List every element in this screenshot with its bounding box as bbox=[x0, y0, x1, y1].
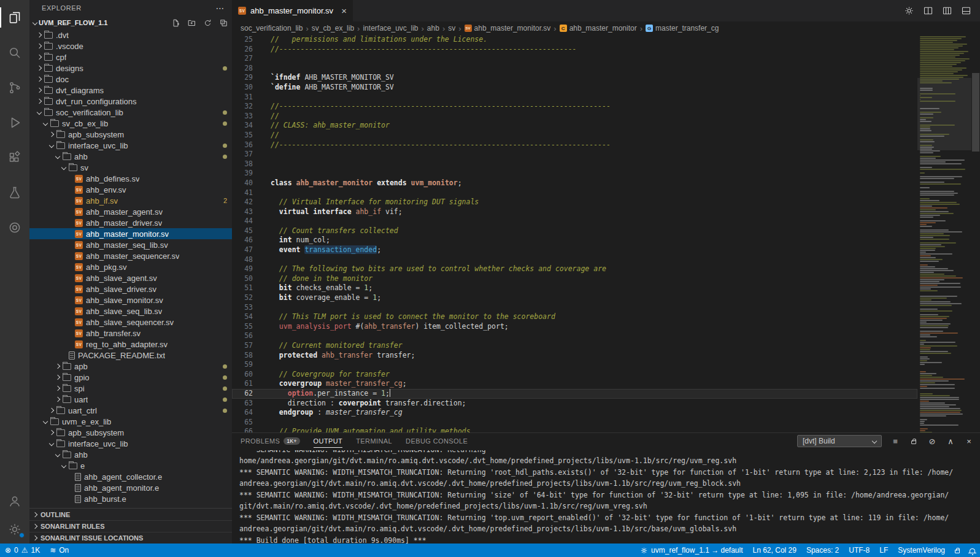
line-number[interactable]: 54 bbox=[232, 312, 253, 322]
code-line[interactable]: 58 protected ahb_transfer transfer; bbox=[232, 351, 917, 361]
breadcrumb-item-ahb_master_monitor[interactable]: Cahb_master_monitor bbox=[560, 24, 637, 33]
notifications-status[interactable] bbox=[965, 544, 980, 557]
close-panel-icon[interactable]: × bbox=[964, 437, 974, 446]
chevron-icon[interactable] bbox=[61, 165, 66, 170]
code-line[interactable]: 43 virtual interface ahb_if vif; bbox=[232, 207, 917, 217]
explorer-icon[interactable] bbox=[0, 0, 29, 35]
code-line[interactable]: 26//------------------------------------… bbox=[232, 45, 917, 55]
dvt-build-config-status[interactable]: uvm_ref_flow_1.1 → default bbox=[635, 544, 747, 557]
chevron-right-icon[interactable] bbox=[34, 55, 44, 59]
problems-status[interactable]: ⊗0⚠1K bbox=[0, 544, 45, 557]
breadcrumb-item-sv[interactable]: sv bbox=[448, 24, 455, 33]
line-number[interactable]: 35 bbox=[232, 131, 253, 140]
line-number[interactable]: 53 bbox=[232, 303, 253, 313]
code-line[interactable]: 45 // Count transfers collected bbox=[232, 226, 917, 236]
file-tree[interactable]: .dvt.vscodecpfdesignsdocdvt_diagramsdvt_… bbox=[29, 29, 232, 508]
layout-panel-icon[interactable] bbox=[961, 6, 971, 16]
code-line[interactable]: 61 covergroup master_transfer_cg; bbox=[232, 379, 917, 389]
chevron-icon[interactable] bbox=[55, 154, 60, 159]
chevron-down-icon[interactable] bbox=[53, 155, 63, 158]
chevron-right-icon[interactable] bbox=[53, 364, 63, 368]
line-number[interactable]: 49 bbox=[232, 264, 253, 274]
vertical-scrollbar[interactable] bbox=[971, 35, 980, 432]
code-line[interactable]: 60 // Covergroup for transfer bbox=[232, 370, 917, 380]
code-line[interactable]: 28 bbox=[232, 64, 917, 74]
account-icon[interactable] bbox=[0, 487, 29, 515]
code-line[interactable]: 34// CLASS: ahb_master_monitor bbox=[232, 121, 917, 131]
chevron-icon[interactable] bbox=[49, 408, 54, 413]
chevron-icon[interactable] bbox=[37, 99, 42, 104]
chevron-icon[interactable] bbox=[55, 452, 60, 457]
search-icon[interactable] bbox=[0, 35, 29, 70]
line-number[interactable]: 59 bbox=[232, 360, 253, 370]
line-number[interactable]: 50 bbox=[232, 274, 253, 284]
code-line[interactable]: 35// bbox=[232, 131, 917, 140]
code-line[interactable]: 46 int num_col; bbox=[232, 236, 917, 245]
collapse-all-icon[interactable] bbox=[218, 18, 228, 28]
chevron-right-icon[interactable] bbox=[34, 88, 44, 92]
tree-item-interface_uvc_lib[interactable]: interface_uvc_lib bbox=[29, 140, 232, 151]
tree-item-spi[interactable]: spi bbox=[29, 383, 232, 394]
code-line[interactable]: 27 bbox=[232, 54, 917, 64]
settings-icon[interactable] bbox=[0, 515, 29, 544]
sidebar-section-sonarlint-issue-locations[interactable]: SONARLINT ISSUE LOCATIONS bbox=[29, 532, 232, 544]
language-status[interactable]: SystemVerilog bbox=[893, 544, 950, 557]
layout-columns-icon[interactable] bbox=[942, 6, 952, 16]
line-number[interactable]: 45 bbox=[232, 226, 253, 236]
chevron-right-icon[interactable] bbox=[53, 398, 63, 401]
chevron-icon[interactable] bbox=[49, 143, 54, 148]
tree-item-sv_cb_ex_lib[interactable]: sv_cb_ex_lib bbox=[29, 118, 232, 129]
chevron-right-icon[interactable] bbox=[53, 375, 63, 379]
line-number[interactable]: 65 bbox=[232, 418, 253, 428]
tree-item-ahb_defines.sv[interactable]: SVahb_defines.sv bbox=[29, 173, 232, 184]
breadcrumb-item-interface_uvc_lib[interactable]: interface_uvc_lib bbox=[363, 24, 418, 33]
tree-item-ahb_transfer.sv[interactable]: SVahb_transfer.sv bbox=[29, 328, 232, 339]
line-number[interactable]: 56 bbox=[232, 331, 253, 341]
gear-icon[interactable] bbox=[904, 6, 914, 16]
output-channel-dropdown[interactable]: [dvt] Build bbox=[797, 435, 882, 447]
output-console[interactable]: *** SEMANTIC WARNING: WIDTH_MISMATCH_TRU… bbox=[232, 449, 980, 544]
code-line[interactable]: 36//------------------------------------… bbox=[232, 140, 917, 150]
breadcrumb-item-sv_cb_ex_lib[interactable]: sv_cb_ex_lib bbox=[312, 24, 354, 33]
line-number[interactable]: 29 bbox=[232, 73, 253, 83]
code-line[interactable]: 52 bit coverage_enable = 1; bbox=[232, 293, 917, 303]
encoding-status[interactable]: UTF-8 bbox=[844, 544, 874, 557]
code-line[interactable]: 30`define AHB_MASTER_MONITOR_SV bbox=[232, 83, 917, 93]
chevron-right-icon[interactable] bbox=[53, 386, 63, 390]
code-line[interactable]: 54 // This TLM port is used to connect t… bbox=[232, 312, 917, 322]
panel-tab-problems[interactable]: PROBLEMS1K+ bbox=[241, 433, 300, 449]
line-number[interactable]: 42 bbox=[232, 198, 253, 207]
code-line[interactable]: 65 bbox=[232, 418, 917, 428]
code-line[interactable]: 64 endgroup : master_transfer_cg bbox=[232, 408, 917, 418]
dvt-tools-icon[interactable] bbox=[0, 210, 29, 245]
code-line[interactable]: 47 event transaction_ended; bbox=[232, 245, 917, 255]
tree-item-dvt_diagrams[interactable]: dvt_diagrams bbox=[29, 85, 232, 96]
maximize-panel-icon[interactable]: ∧ bbox=[946, 437, 955, 446]
line-number[interactable]: 52 bbox=[232, 293, 253, 303]
line-number[interactable]: 38 bbox=[232, 159, 253, 169]
code-line[interactable]: 56 bbox=[232, 331, 917, 341]
code-line[interactable]: 66 // Provide UVM automation and utility… bbox=[232, 427, 917, 432]
code-line[interactable]: 55 uvm_analysis_port #(ahb_transfer) ite… bbox=[232, 322, 917, 332]
tree-item-PACKAGE_README.txt[interactable]: PACKAGE_README.txt bbox=[29, 350, 232, 361]
more-actions-icon[interactable]: ⋯ bbox=[215, 3, 225, 13]
tree-item-designs[interactable]: designs bbox=[29, 63, 232, 74]
tree-item-.dvt[interactable]: .dvt bbox=[29, 29, 232, 40]
refresh-icon[interactable] bbox=[203, 18, 212, 28]
code-line[interactable]: 31 bbox=[232, 93, 917, 102]
line-number[interactable]: 39 bbox=[232, 169, 253, 179]
tree-item-gpio[interactable]: gpio bbox=[29, 372, 232, 383]
tree-item-interface_uvc_lib[interactable]: interface_uvc_lib bbox=[29, 438, 232, 449]
line-number[interactable]: 58 bbox=[232, 351, 253, 361]
tree-item-ahb_pkg.sv[interactable]: SVahb_pkg.sv bbox=[29, 261, 232, 272]
line-number[interactable]: 66 bbox=[232, 427, 253, 432]
tree-item-.vscode[interactable]: .vscode bbox=[29, 40, 232, 52]
chevron-right-icon[interactable] bbox=[34, 99, 44, 103]
chevron-icon[interactable] bbox=[37, 44, 42, 48]
code-line[interactable]: 59 bbox=[232, 360, 917, 370]
chevron-icon[interactable] bbox=[55, 375, 60, 380]
code-line[interactable]: 53 bbox=[232, 303, 917, 313]
sidebar-section-outline[interactable]: OUTLINE bbox=[29, 509, 232, 520]
chevron-icon[interactable] bbox=[37, 110, 42, 115]
lock-icon[interactable] bbox=[909, 439, 919, 444]
